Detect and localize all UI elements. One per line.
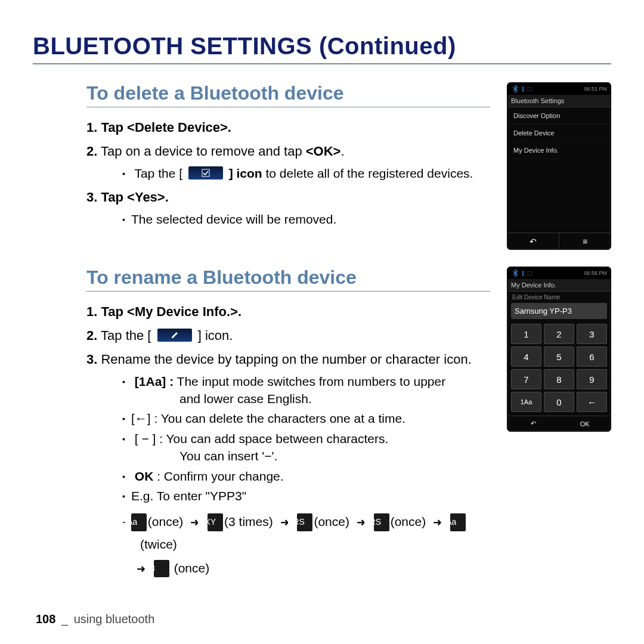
step-text: Tap the [ — [101, 328, 151, 343]
phone-menu-item: My Device Info. — [507, 142, 611, 159]
device-name-field: Samsung YP-P3 — [511, 303, 607, 319]
phone-menu-item: Discover Option — [507, 107, 611, 125]
step-number: 3. — [86, 352, 97, 367]
example-sequence-cont: ➜ 3 (once) — [151, 557, 490, 580]
bullet: The selected device will be removed. — [122, 210, 490, 228]
back-icon: ↶ — [507, 233, 559, 249]
pause-icon: ∥ — [522, 270, 525, 276]
status-time: 06:51 PM — [584, 86, 607, 92]
key-chip: 3 — [154, 560, 169, 577]
bluetooth-icon — [511, 269, 519, 277]
key-chip: PRS — [297, 513, 312, 531]
keypad-key: 5 — [544, 346, 574, 367]
pause-icon: ∥ — [522, 86, 525, 92]
arrow-icon: ➜ — [137, 563, 145, 575]
section-rename: To rename a Bluetooth device 1. Tap <My … — [33, 267, 611, 584]
bullet-text: : Confirm your change. — [153, 469, 283, 483]
step: 2. Tap the [ ] icon. — [86, 326, 490, 345]
bullet: [ − ] : You can add space between charac… — [122, 430, 490, 465]
step: 3. Tap <Yes>. The selected device will b… — [86, 188, 490, 228]
step: 3. Rename the device by tapping on the n… — [86, 350, 490, 580]
keypad-key: 0 — [544, 392, 574, 412]
keypad-key: 6 — [577, 346, 607, 367]
step-text-bold: <OK> — [306, 144, 341, 159]
phone2-header: My Device Info. — [507, 279, 611, 292]
step-text: Rename the device by tapping on the numb… — [101, 352, 471, 367]
key-chip: PRS — [374, 513, 389, 531]
section-delete: To delete a Bluetooth device 1. Tap <Del… — [33, 82, 611, 250]
step-number: 3. — [86, 190, 97, 205]
chapter-name: using bluetooth — [74, 612, 155, 626]
step-text: . — [238, 304, 242, 319]
keypad-key: 8 — [544, 369, 574, 389]
checkbox-icon — [188, 166, 223, 179]
phone1-header: Bluetooth Settings — [507, 95, 611, 107]
bullet-text: Tap the [ — [134, 166, 182, 180]
battery-icon: ⬚ — [527, 86, 532, 92]
arrow-icon: ➜ — [433, 516, 442, 528]
step-text-bold: <My Device Info.> — [127, 304, 238, 319]
key-chip: WXY — [208, 513, 223, 531]
page-number: 108 — [36, 612, 55, 626]
step-text: . — [340, 144, 344, 159]
bullet-text: to delete all of the registered devices. — [262, 166, 473, 180]
bullet-text: [ − ] : You can add space between charac… — [135, 432, 389, 445]
field-label: Edit Device Name — [507, 292, 611, 301]
phone-menu-item: Delete Device — [507, 125, 611, 142]
menu-icon: ≡ — [559, 233, 611, 249]
repeat-label: (3 times) — [224, 515, 273, 528]
repeat-label: (once) — [391, 515, 426, 528]
keypad-key: 7 — [511, 369, 541, 389]
step-text-bold: <Delete Device> — [127, 120, 228, 135]
example-sequence: - 1Aa(once) ➜ WXY(3 times) ➜ PRS(once) ➜… — [140, 510, 490, 556]
bullet-label: [1Aa] : — [135, 374, 174, 388]
key-chip: 1Aa — [131, 513, 147, 531]
keypad-key: 4 — [511, 346, 541, 367]
step-number: 1. — [86, 304, 97, 319]
bullet-label: OK — [135, 469, 154, 483]
status-time: 06:56 PM — [584, 270, 607, 276]
step-text: Tap — [101, 120, 127, 135]
step-number: 2. — [86, 328, 97, 343]
ok-button: OK — [559, 416, 611, 431]
step-text: Tap — [101, 190, 127, 205]
step-text: ] icon. — [198, 328, 233, 343]
bullet-text: ] icon — [229, 166, 262, 180]
step-text-bold: <Yes> — [127, 190, 165, 205]
svg-rect-0 — [202, 169, 209, 177]
keypad-key-mode: 1Aa — [511, 392, 541, 412]
keypad-key-backspace: ← — [577, 392, 607, 412]
step: 1. Tap <My Device Info.>. — [86, 302, 490, 321]
bullet: [1Aa] : The input mode switches from num… — [122, 373, 490, 408]
keypad: 1 2 3 4 5 6 7 8 9 1Aa 0 ← — [507, 321, 611, 416]
step-text: Tap on a device to remove and tap — [101, 144, 306, 159]
bullet-text-cont: and lower case English. — [134, 390, 490, 407]
back-icon: ↶ — [507, 416, 559, 431]
edit-icon — [157, 329, 192, 342]
step-text: . — [165, 190, 169, 205]
bullet: [←] : You can delete the characters one … — [122, 410, 490, 427]
keypad-key: 9 — [577, 369, 607, 389]
repeat-label: (once) — [148, 515, 184, 528]
footer-sep: _ — [61, 612, 68, 626]
battery-icon: ⬚ — [527, 270, 532, 276]
phone-screenshot-2: ∥ ⬚ 06:56 PM My Device Info. Edit Device… — [507, 267, 611, 432]
step-text: Tap — [101, 304, 127, 319]
section1-heading: To delete a Bluetooth device — [86, 82, 490, 107]
step-number: 1. — [86, 120, 97, 135]
bullet: E.g. To enter "YPP3" — [122, 487, 490, 504]
step: 1. Tap <Delete Device>. — [86, 118, 490, 137]
repeat-label: (twice) — [140, 537, 177, 551]
keypad-key: 3 — [577, 324, 607, 344]
keypad-key: 1 — [511, 324, 541, 344]
repeat-label: (once) — [174, 561, 210, 575]
key-chip: 1Aa — [450, 513, 466, 531]
bullet-text: The input mode switches from numbers to … — [174, 374, 445, 388]
bullet-text-cont: You can insert '−'. — [134, 447, 490, 465]
page-footer: 108 _ using bluetooth — [36, 612, 154, 626]
keypad-key: 2 — [544, 324, 574, 344]
page-title: BLUETOOTH SETTINGS (Continued) — [33, 33, 611, 64]
bluetooth-icon — [511, 85, 519, 93]
repeat-label: (once) — [314, 515, 349, 528]
bullet: Tap the [ ] icon to delete all of the re… — [122, 165, 490, 182]
